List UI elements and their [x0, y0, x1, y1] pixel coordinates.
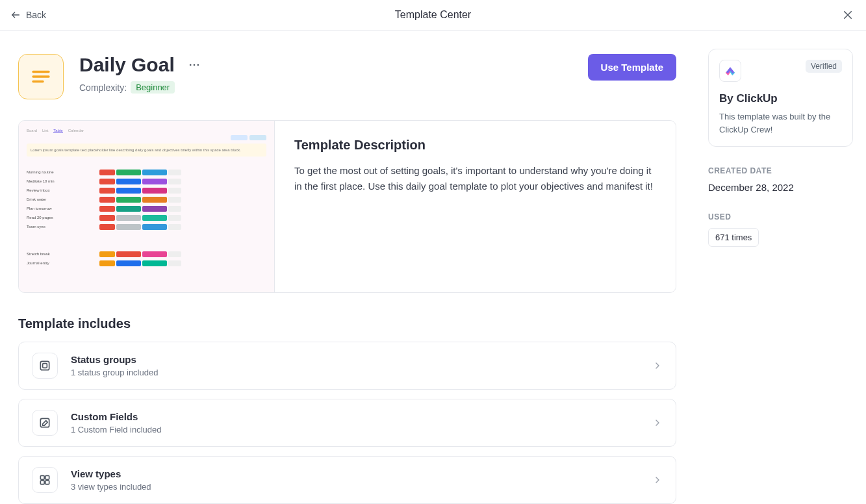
svg-rect-9 [40, 361, 49, 370]
svg-point-7 [193, 64, 195, 66]
svg-rect-12 [40, 475, 44, 479]
complexity-label: Complexity: [79, 82, 127, 93]
template-list-icon [18, 54, 64, 99]
includes-heading: Template includes [18, 316, 676, 331]
include-custom-fields[interactable]: Custom Fields 1 Custom Field included [18, 399, 676, 447]
include-subtitle: 1 Custom Field included [71, 425, 161, 435]
close-button[interactable] [840, 7, 856, 23]
created-date-section: CREATED DATE December 28, 2022 [708, 166, 853, 193]
svg-rect-11 [40, 418, 49, 427]
created-date-label: CREATED DATE [708, 166, 853, 175]
include-text: Status groups 1 status group included [71, 354, 158, 377]
main-content: Daily Goal Complexity: Beginner Use Temp… [0, 31, 694, 504]
close-icon [842, 9, 854, 21]
include-text: View types 3 view types included [71, 468, 151, 492]
template-preview-image: BoardListTableCalendar Lorem ipsum goals… [19, 121, 275, 292]
use-template-button[interactable]: Use Template [588, 54, 676, 81]
view-types-icon [38, 473, 51, 486]
includes-list: Status groups 1 status group included Cu… [18, 342, 676, 504]
arrow-left-icon [10, 10, 21, 20]
view-types-icon-box [32, 467, 58, 493]
back-label: Back [26, 10, 46, 20]
include-title: View types [71, 468, 151, 479]
used-section: USED 671 times [708, 212, 853, 247]
author-name: By ClickUp [719, 92, 842, 105]
description-card: BoardListTableCalendar Lorem ipsum goals… [18, 120, 676, 293]
list-icon [29, 65, 53, 88]
svg-point-8 [197, 64, 199, 66]
svg-rect-15 [45, 481, 49, 485]
verified-badge: Verified [806, 60, 842, 73]
include-title: Status groups [71, 354, 158, 365]
include-subtitle: 3 view types included [71, 482, 151, 492]
title-row: Daily Goal [79, 54, 201, 76]
back-button[interactable]: Back [10, 10, 46, 20]
created-date-value: December 28, 2022 [708, 182, 853, 193]
more-options-button[interactable] [188, 58, 201, 71]
svg-rect-10 [43, 364, 47, 368]
author-description: This template was built by the ClickUp C… [719, 110, 842, 136]
chevron-right-icon [652, 418, 663, 428]
include-title: Custom Fields [71, 411, 161, 422]
chevron-right-icon [652, 475, 663, 485]
author-card-top: Verified [719, 60, 842, 82]
include-status-groups[interactable]: Status groups 1 status group included [18, 342, 676, 390]
custom-fields-icon [38, 416, 51, 429]
complexity-badge: Beginner [131, 81, 175, 94]
svg-rect-13 [45, 475, 49, 479]
description-body: To get the most out of setting goals, it… [294, 163, 656, 194]
layout: Daily Goal Complexity: Beginner Use Temp… [0, 31, 866, 504]
chevron-right-icon [652, 360, 663, 371]
include-view-types[interactable]: View types 3 view types included [18, 456, 676, 504]
status-groups-icon-box [32, 353, 58, 379]
topbar: Back Template Center [0, 0, 866, 31]
used-label: USED [708, 212, 853, 221]
description-text: Template Description To get the most out… [275, 121, 676, 292]
page-title: Template Center [395, 9, 471, 21]
svg-rect-14 [40, 481, 44, 485]
status-groups-icon [38, 359, 51, 372]
more-horizontal-icon [188, 58, 201, 71]
used-value: 671 times [708, 228, 759, 247]
title-column: Daily Goal Complexity: Beginner [79, 54, 201, 94]
custom-fields-icon-box [32, 410, 58, 436]
complexity-row: Complexity: Beginner [79, 81, 201, 94]
include-text: Custom Fields 1 Custom Field included [71, 411, 161, 435]
description-heading: Template Description [294, 138, 656, 153]
template-header: Daily Goal Complexity: Beginner Use Temp… [18, 54, 676, 99]
template-title: Daily Goal [79, 54, 175, 76]
clickup-logo [719, 60, 741, 82]
svg-point-6 [190, 64, 192, 66]
clickup-logo-icon [724, 64, 737, 77]
author-card: Verified By ClickUp This template was bu… [708, 49, 853, 147]
sidebar: Verified By ClickUp This template was bu… [694, 31, 866, 504]
include-subtitle: 1 status group included [71, 368, 158, 377]
